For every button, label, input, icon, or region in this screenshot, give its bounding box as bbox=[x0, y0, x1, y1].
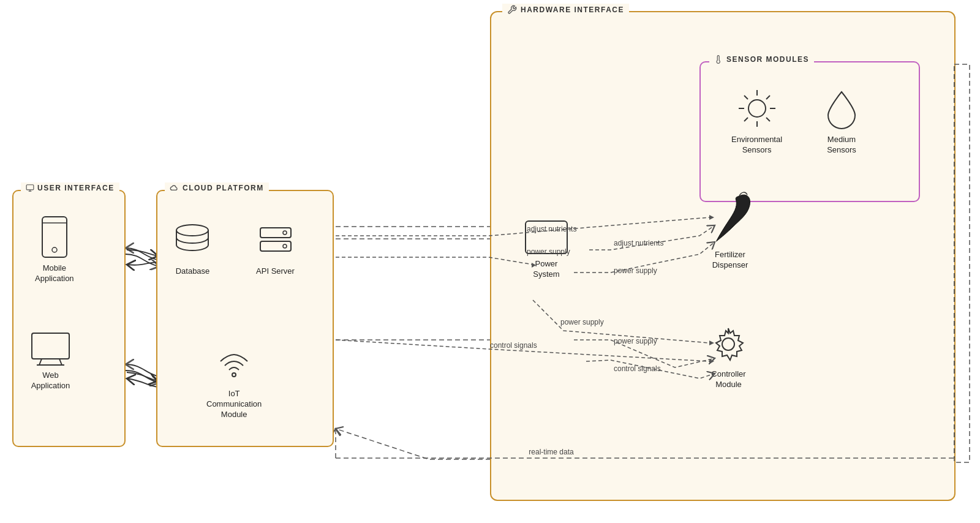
cloud-icon bbox=[170, 184, 179, 192]
power-system-node: PowerSystem bbox=[525, 220, 568, 280]
chili-icon bbox=[706, 190, 755, 245]
sensor-modules-box: SENSOR MODULES EnvironmentalSensors bbox=[699, 61, 920, 202]
medium-sensors-label: MediumSensors bbox=[827, 135, 856, 156]
database-icon bbox=[173, 222, 213, 262]
sensor-modules-title: SENSOR MODULES bbox=[726, 55, 809, 64]
user-interface-label: USER INTERFACE bbox=[21, 182, 119, 194]
hardware-interface-box: HARDWARE INTERFACE SENSOR MODULES bbox=[490, 11, 956, 501]
cloud-platform-title: CLOUD PLATFORM bbox=[183, 184, 264, 192]
power-supply-label-2: power supply bbox=[614, 337, 657, 345]
mobile-app-node: MobileApplication bbox=[35, 216, 74, 284]
database-label: Database bbox=[176, 266, 210, 277]
sensor-modules-label: SENSOR MODULES bbox=[709, 54, 814, 65]
iot-module-label: IoTCommunicationModule bbox=[206, 389, 262, 420]
svg-point-11 bbox=[722, 338, 734, 350]
thermometer-icon bbox=[714, 55, 723, 64]
wrench-icon bbox=[507, 5, 517, 15]
cloud-platform-label: CLOUD PLATFORM bbox=[165, 182, 269, 194]
api-server-node: API Server bbox=[255, 222, 295, 277]
svg-rect-12 bbox=[954, 64, 970, 462]
monitor-icon-small bbox=[26, 184, 34, 192]
control-signals-label: control signals bbox=[614, 364, 661, 373]
sun-icon bbox=[736, 87, 778, 130]
desktop-icon bbox=[31, 332, 70, 366]
phone-icon bbox=[39, 216, 70, 258]
environmental-sensors-label: EnvironmentalSensors bbox=[731, 135, 782, 156]
power-system-icon bbox=[525, 220, 568, 254]
adjust-nutrients-label: adjust nutrients bbox=[614, 239, 663, 247]
iot-module-node: IoTCommunicationModule bbox=[206, 344, 262, 420]
fertilizer-dispenser-label: FertilizerDispenser bbox=[712, 250, 748, 271]
svg-line-10 bbox=[744, 118, 748, 121]
svg-point-36 bbox=[232, 373, 236, 377]
gear-icon bbox=[709, 325, 748, 364]
controller-module-node: ControllerModule bbox=[709, 325, 748, 390]
svg-line-28 bbox=[39, 359, 42, 365]
power-system-label: PowerSystem bbox=[533, 259, 559, 280]
power-supply-label-1: power supply bbox=[614, 266, 657, 275]
wifi-icon bbox=[214, 344, 254, 384]
svg-line-29 bbox=[59, 359, 62, 365]
svg-point-34 bbox=[283, 231, 287, 235]
environmental-sensors-node: EnvironmentalSensors bbox=[731, 87, 782, 156]
svg-point-25 bbox=[52, 247, 57, 252]
svg-point-2 bbox=[748, 100, 766, 117]
svg-rect-27 bbox=[32, 333, 69, 359]
svg-line-9 bbox=[766, 96, 770, 99]
database-node: Database bbox=[173, 222, 213, 277]
svg-rect-21 bbox=[26, 185, 34, 190]
user-interface-title: USER INTERFACE bbox=[37, 184, 115, 192]
diagram-container: HARDWARE INTERFACE SENSOR MODULES bbox=[0, 0, 980, 523]
api-server-label: API Server bbox=[256, 266, 295, 277]
fertilizer-dispenser-node: FertilizerDispenser bbox=[706, 190, 755, 271]
drop-icon bbox=[823, 87, 860, 130]
web-app-node: WebApplication bbox=[31, 332, 70, 391]
web-app-label: WebApplication bbox=[31, 371, 70, 391]
svg-line-7 bbox=[744, 96, 748, 99]
svg-line-8 bbox=[766, 118, 770, 121]
controller-module-label: ControllerModule bbox=[711, 369, 745, 390]
svg-point-35 bbox=[283, 244, 287, 248]
server-icon bbox=[255, 222, 295, 262]
medium-sensors-node: MediumSensors bbox=[823, 87, 860, 156]
mobile-app-label: MobileApplication bbox=[35, 263, 74, 284]
svg-point-31 bbox=[176, 225, 208, 236]
cloud-platform-box: CLOUD PLATFORM Database API Server bbox=[156, 190, 334, 447]
user-interface-box: USER INTERFACE MobileApplication WebAppl… bbox=[12, 190, 126, 447]
hardware-interface-label: HARDWARE INTERFACE bbox=[502, 4, 629, 16]
hardware-interface-title: HARDWARE INTERFACE bbox=[521, 6, 624, 14]
